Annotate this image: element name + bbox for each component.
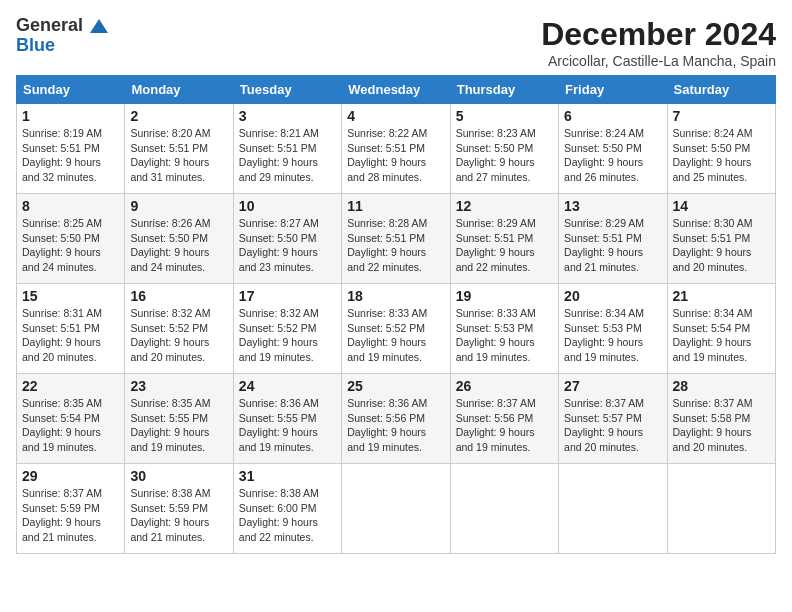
day-number: 6 — [564, 108, 661, 124]
weekday-header: Thursday — [450, 76, 558, 104]
day-info: Sunrise: 8:36 AMSunset: 5:55 PMDaylight:… — [239, 397, 319, 453]
calendar-day-cell: 24 Sunrise: 8:36 AMSunset: 5:55 PMDaylig… — [233, 374, 341, 464]
day-number: 27 — [564, 378, 661, 394]
calendar-day-cell: 18 Sunrise: 8:33 AMSunset: 5:52 PMDaylig… — [342, 284, 450, 374]
day-number: 15 — [22, 288, 119, 304]
day-info: Sunrise: 8:21 AMSunset: 5:51 PMDaylight:… — [239, 127, 319, 183]
day-number: 13 — [564, 198, 661, 214]
calendar-day-cell — [450, 464, 558, 554]
calendar-day-cell: 14 Sunrise: 8:30 AMSunset: 5:51 PMDaylig… — [667, 194, 775, 284]
calendar-day-cell: 9 Sunrise: 8:26 AMSunset: 5:50 PMDayligh… — [125, 194, 233, 284]
day-number: 9 — [130, 198, 227, 214]
day-number: 17 — [239, 288, 336, 304]
calendar-week-row: 8 Sunrise: 8:25 AMSunset: 5:50 PMDayligh… — [17, 194, 776, 284]
calendar-day-cell: 29 Sunrise: 8:37 AMSunset: 5:59 PMDaylig… — [17, 464, 125, 554]
day-number: 11 — [347, 198, 444, 214]
day-number: 12 — [456, 198, 553, 214]
calendar-day-cell — [559, 464, 667, 554]
calendar-day-cell — [342, 464, 450, 554]
calendar-day-cell — [667, 464, 775, 554]
calendar-day-cell: 28 Sunrise: 8:37 AMSunset: 5:58 PMDaylig… — [667, 374, 775, 464]
day-info: Sunrise: 8:24 AMSunset: 5:50 PMDaylight:… — [564, 127, 644, 183]
day-number: 20 — [564, 288, 661, 304]
weekday-header: Saturday — [667, 76, 775, 104]
day-number: 28 — [673, 378, 770, 394]
weekday-header-row: SundayMondayTuesdayWednesdayThursdayFrid… — [17, 76, 776, 104]
day-number: 14 — [673, 198, 770, 214]
weekday-header: Sunday — [17, 76, 125, 104]
day-info: Sunrise: 8:35 AMSunset: 5:55 PMDaylight:… — [130, 397, 210, 453]
calendar-day-cell: 11 Sunrise: 8:28 AMSunset: 5:51 PMDaylig… — [342, 194, 450, 284]
day-number: 2 — [130, 108, 227, 124]
day-number: 22 — [22, 378, 119, 394]
day-info: Sunrise: 8:30 AMSunset: 5:51 PMDaylight:… — [673, 217, 753, 273]
calendar-week-row: 22 Sunrise: 8:35 AMSunset: 5:54 PMDaylig… — [17, 374, 776, 464]
day-number: 21 — [673, 288, 770, 304]
calendar-day-cell: 19 Sunrise: 8:33 AMSunset: 5:53 PMDaylig… — [450, 284, 558, 374]
calendar-day-cell: 2 Sunrise: 8:20 AMSunset: 5:51 PMDayligh… — [125, 104, 233, 194]
day-info: Sunrise: 8:37 AMSunset: 5:56 PMDaylight:… — [456, 397, 536, 453]
day-info: Sunrise: 8:33 AMSunset: 5:52 PMDaylight:… — [347, 307, 427, 363]
calendar-day-cell: 13 Sunrise: 8:29 AMSunset: 5:51 PMDaylig… — [559, 194, 667, 284]
day-number: 4 — [347, 108, 444, 124]
day-info: Sunrise: 8:28 AMSunset: 5:51 PMDaylight:… — [347, 217, 427, 273]
calendar-week-row: 29 Sunrise: 8:37 AMSunset: 5:59 PMDaylig… — [17, 464, 776, 554]
day-info: Sunrise: 8:27 AMSunset: 5:50 PMDaylight:… — [239, 217, 319, 273]
calendar-day-cell: 4 Sunrise: 8:22 AMSunset: 5:51 PMDayligh… — [342, 104, 450, 194]
day-info: Sunrise: 8:37 AMSunset: 5:57 PMDaylight:… — [564, 397, 644, 453]
day-number: 1 — [22, 108, 119, 124]
day-info: Sunrise: 8:35 AMSunset: 5:54 PMDaylight:… — [22, 397, 102, 453]
title-section: December 2024 Arcicollar, Castille-La Ma… — [541, 16, 776, 69]
logo-blue: Blue — [16, 36, 108, 56]
calendar-day-cell: 12 Sunrise: 8:29 AMSunset: 5:51 PMDaylig… — [450, 194, 558, 284]
day-info: Sunrise: 8:33 AMSunset: 5:53 PMDaylight:… — [456, 307, 536, 363]
day-info: Sunrise: 8:37 AMSunset: 5:58 PMDaylight:… — [673, 397, 753, 453]
day-info: Sunrise: 8:32 AMSunset: 5:52 PMDaylight:… — [239, 307, 319, 363]
day-number: 16 — [130, 288, 227, 304]
day-number: 8 — [22, 198, 119, 214]
calendar-day-cell: 31 Sunrise: 8:38 AMSunset: 6:00 PMDaylig… — [233, 464, 341, 554]
day-number: 30 — [130, 468, 227, 484]
day-info: Sunrise: 8:37 AMSunset: 5:59 PMDaylight:… — [22, 487, 102, 543]
day-info: Sunrise: 8:31 AMSunset: 5:51 PMDaylight:… — [22, 307, 102, 363]
calendar-day-cell: 6 Sunrise: 8:24 AMSunset: 5:50 PMDayligh… — [559, 104, 667, 194]
day-info: Sunrise: 8:20 AMSunset: 5:51 PMDaylight:… — [130, 127, 210, 183]
day-info: Sunrise: 8:29 AMSunset: 5:51 PMDaylight:… — [564, 217, 644, 273]
day-info: Sunrise: 8:24 AMSunset: 5:50 PMDaylight:… — [673, 127, 753, 183]
calendar-day-cell: 30 Sunrise: 8:38 AMSunset: 5:59 PMDaylig… — [125, 464, 233, 554]
day-number: 24 — [239, 378, 336, 394]
day-number: 23 — [130, 378, 227, 394]
calendar-day-cell: 26 Sunrise: 8:37 AMSunset: 5:56 PMDaylig… — [450, 374, 558, 464]
day-info: Sunrise: 8:34 AMSunset: 5:54 PMDaylight:… — [673, 307, 753, 363]
calendar-day-cell: 21 Sunrise: 8:34 AMSunset: 5:54 PMDaylig… — [667, 284, 775, 374]
day-info: Sunrise: 8:19 AMSunset: 5:51 PMDaylight:… — [22, 127, 102, 183]
calendar-day-cell: 20 Sunrise: 8:34 AMSunset: 5:53 PMDaylig… — [559, 284, 667, 374]
day-info: Sunrise: 8:29 AMSunset: 5:51 PMDaylight:… — [456, 217, 536, 273]
page-header: General Blue December 2024 Arcicollar, C… — [16, 16, 776, 69]
day-info: Sunrise: 8:22 AMSunset: 5:51 PMDaylight:… — [347, 127, 427, 183]
logo-triangle-icon — [90, 19, 108, 33]
calendar-day-cell: 16 Sunrise: 8:32 AMSunset: 5:52 PMDaylig… — [125, 284, 233, 374]
day-info: Sunrise: 8:25 AMSunset: 5:50 PMDaylight:… — [22, 217, 102, 273]
calendar-week-row: 1 Sunrise: 8:19 AMSunset: 5:51 PMDayligh… — [17, 104, 776, 194]
day-info: Sunrise: 8:36 AMSunset: 5:56 PMDaylight:… — [347, 397, 427, 453]
location: Arcicollar, Castille-La Mancha, Spain — [541, 53, 776, 69]
day-info: Sunrise: 8:38 AMSunset: 6:00 PMDaylight:… — [239, 487, 319, 543]
weekday-header: Wednesday — [342, 76, 450, 104]
calendar-day-cell: 17 Sunrise: 8:32 AMSunset: 5:52 PMDaylig… — [233, 284, 341, 374]
weekday-header: Friday — [559, 76, 667, 104]
calendar-day-cell: 15 Sunrise: 8:31 AMSunset: 5:51 PMDaylig… — [17, 284, 125, 374]
calendar-day-cell: 10 Sunrise: 8:27 AMSunset: 5:50 PMDaylig… — [233, 194, 341, 284]
calendar-day-cell: 27 Sunrise: 8:37 AMSunset: 5:57 PMDaylig… — [559, 374, 667, 464]
day-number: 31 — [239, 468, 336, 484]
day-info: Sunrise: 8:38 AMSunset: 5:59 PMDaylight:… — [130, 487, 210, 543]
calendar-day-cell: 5 Sunrise: 8:23 AMSunset: 5:50 PMDayligh… — [450, 104, 558, 194]
day-number: 29 — [22, 468, 119, 484]
calendar-table: SundayMondayTuesdayWednesdayThursdayFrid… — [16, 75, 776, 554]
day-number: 5 — [456, 108, 553, 124]
day-number: 25 — [347, 378, 444, 394]
day-number: 19 — [456, 288, 553, 304]
calendar-day-cell: 22 Sunrise: 8:35 AMSunset: 5:54 PMDaylig… — [17, 374, 125, 464]
logo-general: General — [16, 15, 83, 35]
calendar-week-row: 15 Sunrise: 8:31 AMSunset: 5:51 PMDaylig… — [17, 284, 776, 374]
